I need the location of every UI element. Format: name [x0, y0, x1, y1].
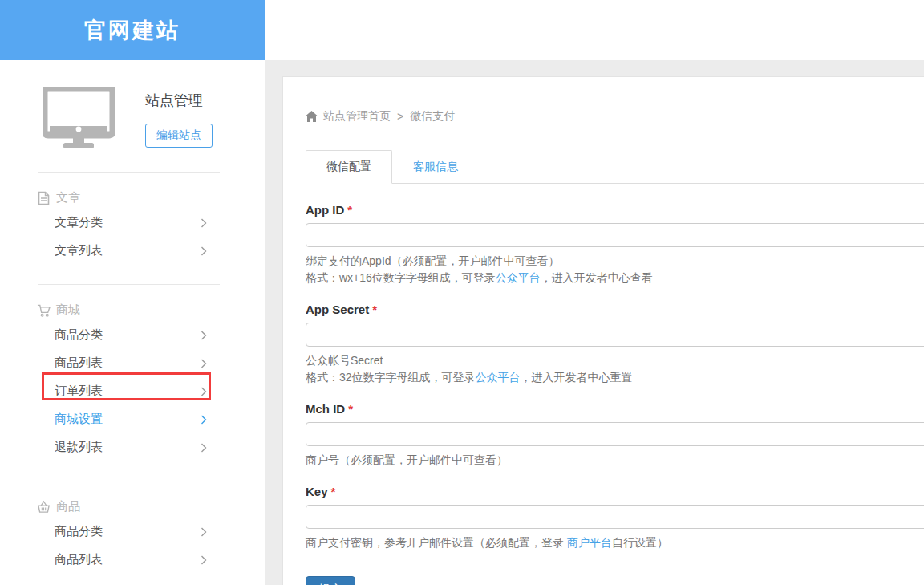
sidebar-item-refund-list[interactable]: 退款列表	[0, 433, 265, 461]
chevron-right-icon	[201, 555, 207, 565]
sidebar-item-product-list[interactable]: 商品列表	[0, 349, 265, 377]
mch-id-input[interactable]	[306, 422, 924, 446]
required-asterisk: *	[372, 303, 377, 316]
field-app-id: App ID* 绑定支付的AppId（必须配置，开户邮件中可查看） 格式：wx+…	[306, 203, 924, 286]
required-asterisk: *	[347, 203, 352, 217]
app-secret-label: App Secret*	[306, 303, 924, 316]
required-asterisk: *	[348, 402, 353, 416]
article-icon	[37, 191, 51, 205]
tab-bar: 微信配置 客服信息	[306, 150, 924, 184]
submit-button[interactable]: 提交	[306, 576, 355, 585]
app-id-input[interactable]	[306, 223, 924, 247]
public-platform-link[interactable]: 公众平台	[476, 371, 521, 384]
site-title: 站点管理	[145, 91, 213, 110]
sidebar-section-mall: 商城	[0, 285, 265, 321]
sidebar-item-product-category[interactable]: 商品分类	[0, 321, 265, 349]
app-secret-help-2: 格式：32位数字字母组成，可登录公众平台，进入开发者中心重置	[306, 369, 924, 386]
site-info: 站点管理 编辑站点	[145, 87, 213, 148]
sidebar-item-goods-category[interactable]: 商品分类	[0, 518, 265, 546]
sidebar-section-articles: 文章	[0, 173, 265, 209]
sidebar-item-goods-list[interactable]: 商品列表	[0, 546, 265, 574]
mch-id-help-1: 商户号（必须配置，开户邮件中可查看）	[306, 452, 924, 469]
key-input[interactable]	[306, 505, 924, 529]
site-summary-block: 站点管理 编辑站点	[0, 60, 265, 152]
app-logo-title: 官网建站	[0, 0, 265, 60]
edit-site-button[interactable]: 编辑站点	[145, 124, 213, 148]
chevron-right-icon	[201, 331, 207, 340]
chevron-right-icon	[201, 387, 207, 396]
app-id-help-1: 绑定支付的AppId（必须配置，开户邮件中可查看）	[306, 253, 924, 270]
monitor-icon	[43, 87, 115, 152]
chevron-right-icon	[201, 443, 207, 453]
breadcrumb-current: 微信支付	[410, 109, 455, 124]
sidebar-section-goods: 商品	[0, 481, 265, 518]
sidebar-item-order-list[interactable]: 订单列表	[0, 377, 265, 405]
content-panel: 站点管理首页 > 微信支付 微信配置 客服信息 App ID* 绑定支付的App…	[282, 76, 924, 585]
app-id-label: App ID*	[306, 203, 924, 217]
chevron-right-icon	[201, 218, 207, 228]
sidebar-item-article-category[interactable]: 文章分类	[0, 209, 265, 237]
app-id-help-2: 格式：wx+16位数字字母组成，可登录公众平台，进入开发者中心查看	[306, 270, 924, 286]
chevron-right-icon	[201, 415, 207, 425]
tab-customer-service-info[interactable]: 客服信息	[392, 150, 479, 184]
breadcrumb-home-link[interactable]: 站点管理首页	[323, 109, 391, 124]
chevron-right-icon	[201, 527, 207, 537]
chevron-right-icon	[201, 246, 207, 256]
required-asterisk: *	[331, 485, 336, 498]
chevron-right-icon	[201, 359, 207, 368]
sidebar-section-label: 文章	[56, 190, 80, 205]
mch-id-label: Mch ID*	[306, 402, 924, 416]
sidebar-section-label: 商城	[56, 303, 80, 318]
field-mch-id: Mch ID* 商户号（必须配置，开户邮件中可查看）	[306, 402, 924, 469]
sidebar-section-label: 商品	[56, 499, 80, 514]
breadcrumb-separator: >	[397, 110, 403, 123]
home-icon	[306, 111, 318, 122]
sidebar-item-mall-settings[interactable]: 商城设置	[0, 405, 265, 433]
wechat-pay-form: App ID* 绑定支付的AppId（必须配置，开户邮件中可查看） 格式：wx+…	[306, 203, 924, 585]
public-platform-link[interactable]: 公众平台	[496, 271, 541, 284]
key-help-1: 商户支付密钥，参考开户邮件设置（必须配置，登录 商户平台自行设置）	[306, 534, 924, 551]
merchant-platform-link[interactable]: 商户平台	[567, 536, 612, 549]
app-secret-input[interactable]	[306, 323, 924, 347]
app-secret-help-1: 公众帐号Secret	[306, 352, 924, 369]
key-label: Key*	[306, 485, 924, 498]
tab-wechat-config[interactable]: 微信配置	[306, 150, 392, 184]
basket-icon	[37, 500, 51, 514]
breadcrumb: 站点管理首页 > 微信支付	[306, 109, 924, 124]
cart-icon	[37, 303, 51, 318]
field-app-secret: App Secret* 公众帐号Secret 格式：32位数字字母组成，可登录公…	[306, 303, 924, 386]
sidebar-item-article-list[interactable]: 文章列表	[0, 237, 265, 265]
field-key: Key* 商户支付密钥，参考开户邮件设置（必须配置，登录 商户平台自行设置）	[306, 485, 924, 551]
sidebar: 官网建站 站点管理 编辑站点 文章 文章分类 文章列表	[0, 0, 265, 585]
